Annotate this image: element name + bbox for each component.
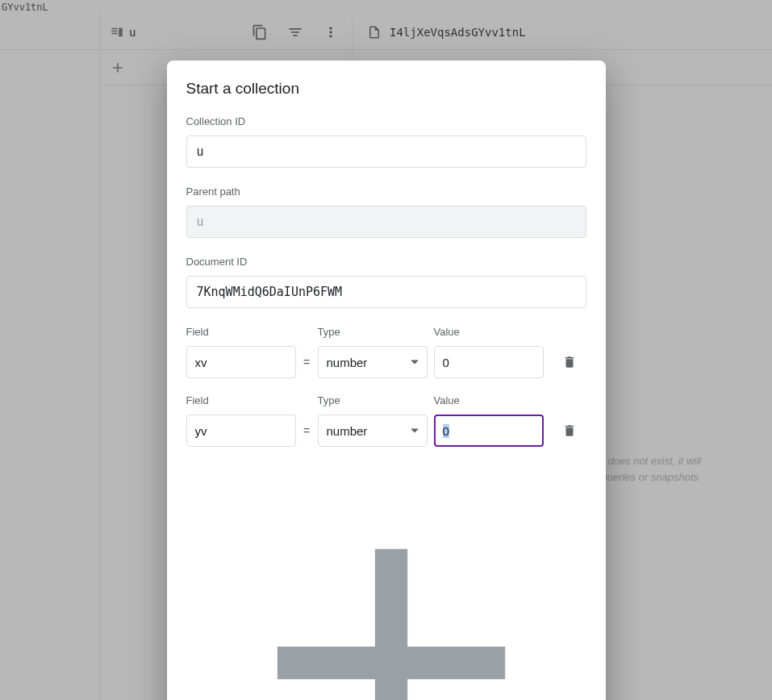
document-id-input[interactable]: [186, 276, 586, 308]
field-row: Field = Type number Value: [186, 326, 586, 378]
parent-path-label: Parent path: [186, 185, 586, 198]
add-field-row: [186, 468, 586, 700]
field-value-label: Value: [434, 394, 544, 406]
field-value-input[interactable]: 0: [434, 415, 544, 447]
field-type-select[interactable]: number: [318, 415, 428, 447]
chevron-down-icon: [411, 360, 419, 365]
document-id-group: Document ID: [186, 256, 586, 308]
field-type-select[interactable]: number: [318, 346, 428, 378]
collection-id-label: Collection ID: [186, 115, 586, 127]
parent-path-group: Parent path: [186, 185, 586, 238]
trash-icon: [562, 423, 577, 438]
field-name-input[interactable]: [186, 415, 296, 447]
equals-sign: =: [296, 415, 318, 447]
field-value-label: Value: [434, 326, 544, 338]
start-collection-modal: Start a collection Collection ID Parent …: [167, 60, 606, 700]
document-id-label: Document ID: [186, 256, 586, 268]
parent-path-input: [186, 206, 586, 238]
field-row: Field = Type number Value 0: [186, 394, 586, 447]
field-name-label: Field: [186, 326, 296, 338]
delete-field-button[interactable]: [553, 415, 586, 447]
field-type-label: Type: [318, 326, 428, 338]
collection-id-input[interactable]: [186, 135, 586, 168]
trash-icon: [562, 355, 577, 369]
field-name-label: Field: [186, 394, 296, 406]
field-type-label: Type: [318, 394, 428, 406]
delete-field-button[interactable]: [553, 346, 586, 378]
equals-sign: =: [296, 346, 318, 378]
field-name-input[interactable]: [186, 346, 296, 378]
collection-id-group: Collection ID: [186, 115, 586, 168]
field-value-input[interactable]: [434, 346, 544, 378]
chevron-down-icon: [411, 429, 419, 433]
modal-title: Start a collection: [186, 80, 586, 98]
modal-backdrop: Start a collection Collection ID Parent …: [0, 0, 772, 700]
